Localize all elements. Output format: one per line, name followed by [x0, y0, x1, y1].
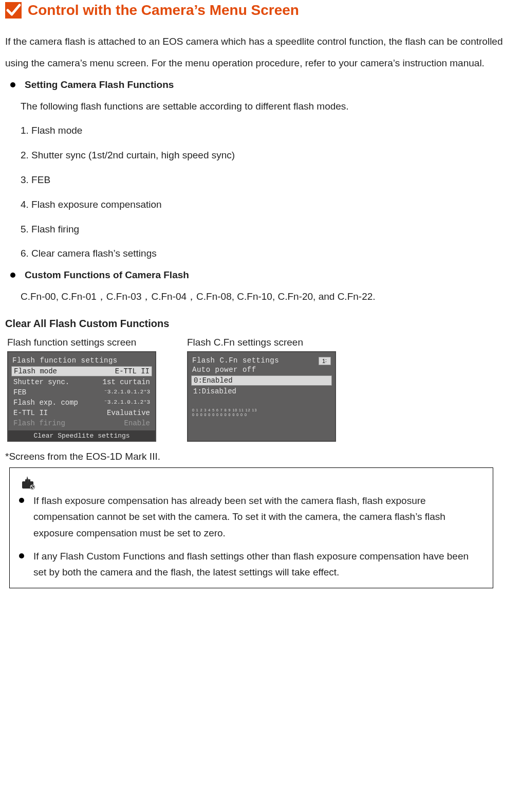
cfn-scale-bot: 0 0 0 0 0 0 0 0 0 0 0 0 0 0 [190, 412, 333, 417]
section-custom-functions: Custom Functions of Camera Flash [10, 269, 516, 281]
flash-function-settings-screen: Flash function settings Flash mode E-TTL… [7, 351, 156, 442]
notes-box: If flash exposure compensation has alrea… [9, 467, 493, 588]
note-item: If any Flash Custom Functions and flash … [19, 548, 483, 581]
lcd-row-flash-exp-comp: Flash exp. comp ⁻3.2.1.0.1.2⁺3 [10, 398, 153, 408]
page-title-row: Control with the Camera’s Menu Screen [5, 2, 516, 19]
lcd-row-flash-firing: Flash firing Enable [10, 418, 153, 428]
lcd-value: Enable [124, 419, 150, 427]
list-item: 5. Flash firing [21, 219, 516, 240]
lcd-label: FEB [13, 388, 26, 396]
cfn-scale-top: 0 1 2 3 4 5 6 7 8 9 10 11 12 13 [190, 408, 333, 412]
lcd-title: Flash function settings [10, 355, 153, 366]
lcd-label: Flash mode [14, 367, 57, 375]
note-item: If flash exposure compensation has alrea… [19, 493, 483, 541]
lcd-value: E-TTL II [115, 367, 150, 375]
lcd-row-ettl: E-TTL II Evaluative [10, 408, 153, 418]
lcd-title-text: Flash C.Fn settings [192, 356, 279, 365]
lcd-option-text: 1:Disabled [193, 387, 236, 395]
screens-footnote: *Screens from the EOS-1D Mark III. [5, 451, 516, 462]
lcd-subtitle: Auto power off [190, 366, 333, 375]
list-item: 4. Flash exposure compensation [21, 194, 516, 215]
bullet-icon [10, 273, 15, 278]
cfn-index-badge: 1∶ [319, 357, 331, 365]
bullet-icon [10, 82, 15, 87]
lcd-row-flash-mode: Flash mode E-TTL II [11, 366, 152, 376]
list-item: 3. FEB [21, 169, 516, 191]
bullet-icon [19, 553, 24, 558]
lcd-title: Flash C.Fn settings 1∶ [190, 355, 333, 366]
lcd-value: ⁻3.2.1.0.1.2⁺3 [104, 388, 150, 396]
lcd-value: 1st curtain [103, 378, 150, 386]
lcd-label: E-TTL II [13, 409, 48, 417]
flash-status-icon [19, 475, 35, 490]
lcd-label: Flash firing [13, 419, 65, 427]
clear-functions-heading: Clear All Flash Custom Functions [5, 318, 516, 330]
lcd-label: Flash exp. comp [13, 399, 78, 407]
lcd-label: Shutter sync. [13, 378, 69, 386]
lcd-value: ⁻3.2.1.0.1.2⁺3 [104, 399, 150, 407]
check-icon [5, 2, 22, 19]
section-heading: Setting Camera Flash Functions [25, 79, 174, 91]
section-setting-flash-functions: Setting Camera Flash Functions [10, 79, 516, 91]
list-item: 2. Shutter sync (1st/2nd curtain, high s… [21, 145, 516, 166]
screen-caption-left: Flash function settings screen [7, 337, 156, 348]
lcd-option-disabled: 1:Disabled [190, 386, 333, 396]
section-heading: Custom Functions of Camera Flash [25, 269, 189, 281]
lcd-footer: Clear Speedlite settings [8, 430, 155, 441]
lcd-option-enabled: 0:Enabled [191, 375, 332, 386]
lcd-option-text: 0:Enabled [194, 376, 233, 385]
custom-functions-body: C.Fn-00, C.Fn-01，C.Fn-03，C.Fn-04，C.Fn-08… [21, 286, 516, 308]
section1-lead: The following flash functions are settab… [21, 96, 516, 117]
list-item: 6. Clear camera flash’s settings [21, 243, 516, 264]
lcd-value: Evaluative [107, 409, 150, 417]
bullet-icon [19, 498, 24, 503]
list-item: 1. Flash mode [21, 120, 516, 141]
lcd-row-shutter-sync: Shutter sync. 1st curtain [10, 377, 153, 387]
page-title: Control with the Camera’s Menu Screen [28, 2, 299, 19]
note-text: If any Flash Custom Functions and flash … [33, 548, 483, 581]
flash-cfn-settings-screen: Flash C.Fn settings 1∶ Auto power off 0:… [187, 351, 336, 442]
lcd-row-feb: FEB ⁻3.2.1.0.1.2⁺3 [10, 387, 153, 398]
screen-caption-right: Flash C.Fn settings screen [187, 337, 336, 348]
intro-paragraph: If the camera flash is attached to an EO… [5, 31, 516, 74]
note-text: If flash exposure compensation has alrea… [33, 493, 483, 541]
